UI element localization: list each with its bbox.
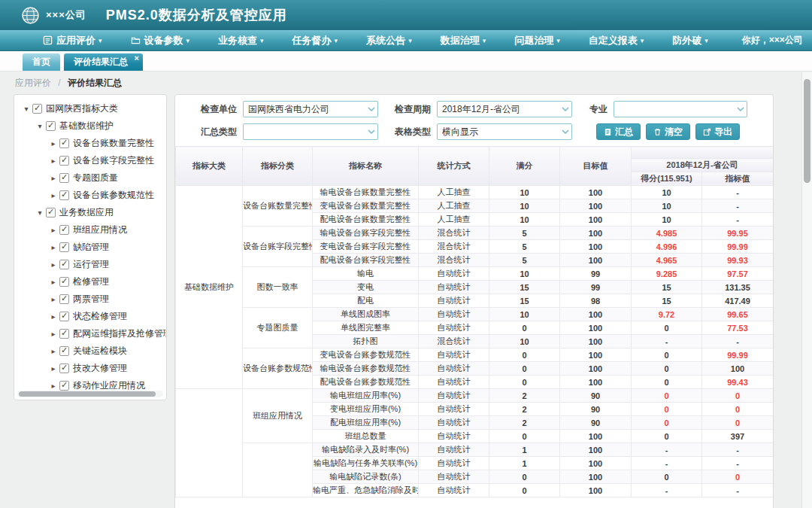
method-cell: 自动统计: [419, 294, 489, 308]
expand-arrow-icon[interactable]: ▸: [49, 174, 58, 182]
checkbox-checked-icon[interactable]: [59, 312, 69, 321]
expand-arrow-icon[interactable]: ▸: [49, 226, 58, 234]
expand-arrow-icon[interactable]: ▸: [49, 295, 58, 303]
summarize-button[interactable]: 汇总: [596, 123, 641, 140]
table-type-select[interactable]: 横向显示: [437, 123, 572, 140]
summary-type-select[interactable]: [243, 123, 378, 140]
indicator-cell: 班组总数量: [313, 430, 419, 443]
checkbox-checked-icon[interactable]: [59, 156, 69, 166]
expand-arrow-icon[interactable]: ▸: [49, 330, 58, 338]
method-cell: 自动统计: [419, 416, 489, 430]
nav-item-系统公告[interactable]: 系统公告▾: [352, 34, 426, 47]
expand-arrow-icon[interactable]: ▸: [49, 243, 58, 251]
expand-arrow-icon[interactable]: ▸: [49, 139, 58, 148]
indicator-cell: 变电设备台账字段完整性: [313, 240, 419, 254]
tree-item[interactable]: ▾国网陕西指标大类: [14, 100, 166, 117]
check-unit-value: 国网陕西省电力公司: [244, 103, 365, 116]
tree-item[interactable]: ▸运行管理: [14, 256, 166, 273]
nav-item-自定义报表[interactable]: 自定义报表▾: [574, 34, 659, 47]
nav-item-防外破[interactable]: 防外破▾: [658, 34, 723, 47]
checkbox-checked-icon[interactable]: [59, 277, 69, 287]
tree-item[interactable]: ▸班组应用情况: [14, 221, 166, 239]
checkbox-checked-icon[interactable]: [59, 138, 69, 148]
indicator-cell: 单线图成图率: [313, 308, 419, 321]
chevron-down-icon: ▾: [335, 37, 338, 44]
checkbox-checked-icon[interactable]: [59, 381, 69, 391]
score-cell: 0: [632, 416, 702, 430]
method-cell: 自动统计: [419, 321, 489, 335]
checkbox-checked-icon[interactable]: [59, 242, 69, 252]
check-period-select[interactable]: 2018年12月-省公司: [437, 101, 572, 117]
collapse-arrow-icon[interactable]: ▾: [35, 122, 44, 130]
collapse-arrow-icon[interactable]: ▾: [35, 208, 44, 217]
method-cell: 混合统计: [419, 254, 489, 267]
checkbox-checked-icon[interactable]: [32, 104, 42, 114]
expand-arrow-icon[interactable]: ▸: [49, 260, 58, 269]
checkbox-checked-icon[interactable]: [59, 173, 69, 183]
checkbox-checked-icon[interactable]: [59, 225, 69, 235]
tree-item[interactable]: ▸设备台账字段完整性: [14, 152, 166, 169]
value-cell: -: [702, 484, 774, 497]
globe-logo-icon: [21, 6, 40, 25]
nav-item-数据治理[interactable]: 数据治理▾: [426, 34, 501, 47]
clear-button[interactable]: 清空: [646, 123, 690, 140]
expand-arrow-icon[interactable]: ▸: [49, 278, 58, 286]
value-cell: 417.49: [702, 294, 774, 308]
nav-item-应用评价[interactable]: 应用评价▾: [29, 34, 117, 47]
indicator-cell: 拓扑图: [313, 335, 419, 348]
tree-item[interactable]: ▾业务数据应用: [14, 204, 166, 221]
indicator-cell: 变电班组应用率(%): [313, 403, 419, 416]
tree-item[interactable]: ▸设备台账数量完整性: [14, 135, 166, 152]
target-cell: 90: [560, 403, 632, 416]
breadcrumb: 应用评价 / 评价结果汇总: [15, 77, 122, 90]
tab-results-summary[interactable]: 评价结果汇总 ×: [64, 53, 143, 71]
export-button[interactable]: 导出: [695, 123, 740, 140]
nav-item-设备参数[interactable]: 设备参数▾: [117, 34, 205, 47]
chevron-down-icon: [735, 107, 747, 111]
tree-item[interactable]: ▸缺陷管理: [14, 239, 166, 256]
tree-item[interactable]: ▸专题图质量: [14, 169, 166, 187]
checkbox-checked-icon[interactable]: [46, 208, 56, 217]
breadcrumb-parent[interactable]: 应用评价: [15, 78, 51, 88]
tree-item[interactable]: ▸设备台账参数规范性: [14, 187, 166, 204]
checkbox-checked-icon[interactable]: [59, 294, 69, 304]
checkbox-checked-icon[interactable]: [59, 364, 69, 373]
tree-item[interactable]: ▸检修管理: [14, 273, 166, 291]
checkbox-checked-icon[interactable]: [59, 260, 69, 269]
checkbox-checked-icon[interactable]: [46, 121, 56, 131]
tree-item[interactable]: ▸技改大修管理: [14, 360, 166, 377]
expand-arrow-icon[interactable]: ▸: [49, 312, 58, 321]
target-cell: 100: [560, 240, 632, 254]
tree-item[interactable]: ▸关键运检模块: [14, 342, 166, 360]
method-cell: 人工抽查: [419, 213, 489, 227]
tree-scrollbar-thumb[interactable]: [19, 391, 156, 397]
collapse-arrow-icon[interactable]: ▾: [22, 105, 31, 113]
check-unit-select[interactable]: 国网陕西省电力公司: [243, 101, 378, 117]
method-cell: 自动统计: [419, 403, 489, 416]
tree-item[interactable]: ▸两票管理: [14, 291, 166, 308]
tree-item[interactable]: ▸状态检修管理: [14, 308, 166, 325]
expand-arrow-icon[interactable]: ▸: [49, 191, 58, 199]
tab-home[interactable]: 首页: [23, 53, 60, 71]
tree-horizontal-scrollbar[interactable]: [17, 391, 163, 397]
expand-arrow-icon[interactable]: ▸: [49, 382, 58, 390]
nav-item-任务督办[interactable]: 任务督办▾: [278, 34, 353, 47]
nav-item-业务核查[interactable]: 业务核查▾: [204, 34, 278, 47]
expand-arrow-icon[interactable]: ▸: [49, 347, 58, 355]
tree-item[interactable]: ▾基础数据维护: [14, 117, 166, 135]
filter-label-specialty: 专业: [572, 103, 614, 116]
checkbox-checked-icon[interactable]: [59, 190, 69, 200]
chevron-down-icon: [365, 107, 377, 111]
nav-item-问题治理[interactable]: 问题治理▾: [500, 34, 574, 47]
vertical-scrollbar[interactable]: [801, 72, 812, 508]
vertical-scrollbar-thumb[interactable]: [804, 79, 810, 183]
expand-arrow-icon[interactable]: ▸: [49, 157, 58, 165]
checkbox-checked-icon[interactable]: [59, 329, 69, 339]
full-score-cell: 5: [489, 227, 560, 240]
tree-item[interactable]: ▸配网运维指挥及抢修管理: [14, 325, 166, 342]
checkbox-checked-icon[interactable]: [59, 346, 69, 356]
tab-bar: 首页 评价结果汇总 ×: [0, 51, 812, 71]
specialty-select[interactable]: [614, 101, 747, 117]
close-icon[interactable]: ×: [135, 53, 139, 63]
expand-arrow-icon[interactable]: ▸: [49, 364, 58, 373]
